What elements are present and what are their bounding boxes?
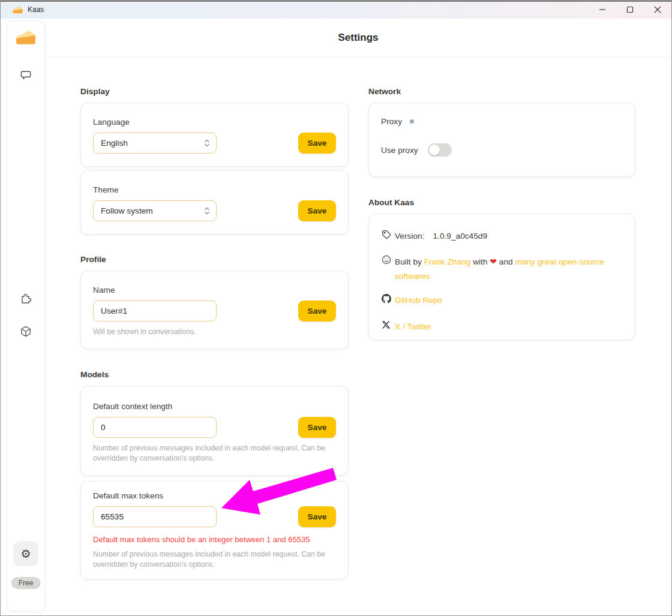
version-row: Version:1.0.9_a0c45d9 [381, 229, 623, 244]
version-label: Version: [395, 232, 424, 241]
about-section-heading: About Kaas [368, 198, 414, 207]
cheese-logo-icon [16, 29, 36, 45]
name-save-button[interactable]: Save [298, 301, 336, 321]
built-by-text: Built by [395, 257, 422, 266]
about-card: Version:1.0.9_a0c45d9 Built by Frank Zha… [368, 214, 635, 340]
built-by-row: Built by Frank Zhang with ❤ and many gre… [381, 254, 623, 284]
proxy-label: Proxy [381, 117, 402, 126]
language-save-button[interactable]: Save [298, 133, 336, 154]
sidebar: ⚙ Free [7, 20, 45, 612]
theme-card: Theme Follow system Save [80, 170, 349, 235]
name-input[interactable] [93, 301, 217, 321]
max-tokens-hint: Number of previous messages included in … [93, 549, 336, 569]
network-section-heading: Network [368, 87, 401, 96]
max-tokens-save-button[interactable]: Save [298, 506, 336, 527]
theme-label: Theme [93, 185, 336, 194]
titlebar-app-name: Kaas [28, 5, 44, 14]
use-proxy-label: Use proxy [381, 146, 418, 155]
theme-save-button[interactable]: Save [298, 200, 336, 221]
use-proxy-toggle[interactable] [428, 143, 452, 157]
free-plan-badge: Free [11, 577, 41, 589]
x-logo-icon [381, 320, 391, 329]
github-repo-link[interactable]: GitHub Repo [395, 296, 442, 305]
context-length-save-button[interactable]: Save [298, 417, 336, 438]
models-section-heading: Models [80, 370, 109, 379]
network-card: Proxy Use proxy [368, 103, 635, 177]
theme-select-value: Follow system [101, 206, 204, 215]
language-label: Language [93, 118, 336, 127]
tag-icon [381, 230, 391, 239]
context-length-input[interactable] [93, 417, 217, 438]
cheese-app-icon [13, 6, 23, 14]
profile-name-card: Name Save Will be shown in conversations… [80, 271, 349, 349]
context-length-card: Default context length Save Number of pr… [80, 386, 349, 476]
package-box-icon [20, 326, 32, 337]
toggle-knob [429, 145, 440, 155]
proxy-status-dot [410, 119, 414, 124]
context-length-label: Default context length [93, 402, 336, 411]
maximize-icon [626, 6, 634, 13]
close-button[interactable] [644, 1, 671, 19]
page-title: Settings [338, 32, 378, 44]
chevron-up-down-icon [204, 206, 210, 215]
heart-icon: ❤ [490, 257, 497, 266]
name-label: Name [93, 286, 336, 295]
github-icon [381, 294, 391, 304]
display-section-heading: Display [80, 87, 110, 96]
version-value: 1.0.9_a0c45d9 [433, 232, 487, 241]
profile-section-heading: Profile [80, 255, 106, 264]
kaas-app-window: { "titlebar": { "app_name": "Kaas" }, "s… [0, 0, 672, 616]
close-icon [654, 6, 661, 13]
max-tokens-label: Default max tokens [93, 491, 336, 500]
sidebar-item-models[interactable] [20, 326, 32, 337]
twitter-row: X / Twitter [381, 320, 623, 334]
chat-bubble-icon [20, 69, 32, 80]
github-row: GitHub Repo [381, 293, 623, 308]
theme-select[interactable]: Follow system [93, 200, 217, 221]
and-text: and [499, 257, 513, 266]
max-tokens-card: Default max tokens Save Default max toke… [80, 481, 349, 579]
titlebar: Kaas [1, 1, 671, 19]
smiley-icon [381, 255, 391, 265]
context-length-hint: Number of previous messages included in … [93, 443, 336, 463]
puzzle-icon [20, 292, 32, 304]
sidebar-item-prompts[interactable] [20, 292, 32, 304]
minimize-button[interactable] [589, 1, 616, 19]
sidebar-item-settings[interactable]: ⚙ [13, 541, 38, 566]
maximize-button[interactable] [616, 1, 644, 19]
name-hint: Will be shown in conversations. [93, 327, 336, 337]
minimize-icon [599, 6, 606, 13]
window-controls [589, 1, 671, 19]
author-link[interactable]: Frank Zhang [424, 257, 471, 266]
max-tokens-input[interactable] [93, 506, 217, 527]
x-twitter-link[interactable]: X / Twitter [395, 322, 431, 331]
gear-icon: ⚙ [20, 548, 31, 560]
language-select-value: English [101, 139, 204, 148]
language-card: Language English Save [80, 103, 349, 167]
max-tokens-error-message: Default max tokens should be an integer … [93, 535, 336, 544]
chevron-up-down-icon [204, 139, 210, 148]
settings-header: Settings [46, 19, 671, 58]
with-text: with [473, 257, 487, 266]
language-select[interactable]: English [93, 133, 217, 154]
sidebar-item-conversations[interactable] [20, 69, 32, 80]
